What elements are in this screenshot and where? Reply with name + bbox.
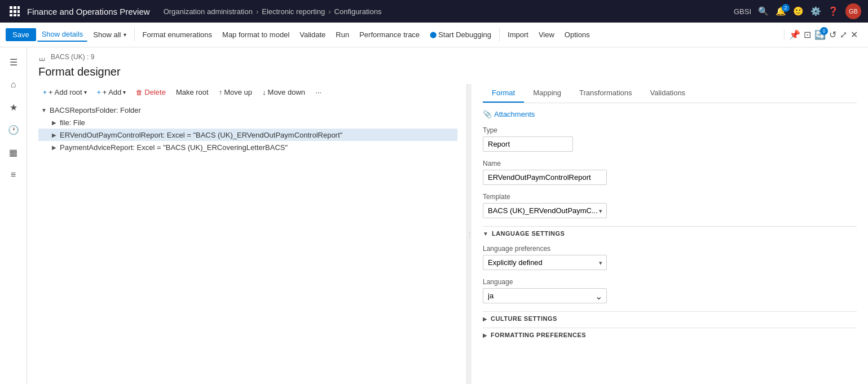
filter-icon[interactable]: ⧢	[38, 54, 46, 63]
search-icon[interactable]: 🔍	[758, 6, 769, 16]
svg-rect-7	[14, 14, 16, 16]
move-up-button[interactable]: ↑ Move up	[214, 86, 257, 98]
language-input[interactable]	[483, 288, 607, 303]
toolbar-separator-2	[499, 28, 500, 42]
attachments-link[interactable]: 📎 Attachments	[483, 110, 857, 118]
tree-row[interactable]: ▼ BACSReportsFolder: Folder	[38, 104, 457, 116]
import-button[interactable]: Import	[503, 28, 533, 41]
gbsi-label: GBSI	[734, 7, 751, 16]
tree-toolbar: + + Add root ▾ + + Add ▾ 🗑 Delete Make r…	[38, 84, 457, 98]
options-button[interactable]: Options	[560, 28, 594, 41]
breadcrumb-item-3[interactable]: Configurations	[334, 7, 382, 16]
sidebar-list-icon[interactable]: ≡	[3, 165, 24, 185]
expand-icon[interactable]: ⤢	[840, 29, 847, 40]
run-button[interactable]: Run	[331, 28, 354, 41]
main-toolbar: Save Show details Show all ▾ Format enum…	[0, 23, 868, 47]
tree-row[interactable]: ▶ file: File	[38, 116, 457, 129]
performance-trace-button[interactable]: Performance trace	[355, 28, 424, 41]
tree-row[interactable]: ▶ PaymentAdviceReport: Excel = "BACS (UK…	[38, 141, 457, 153]
refresh-count: 0	[820, 27, 828, 35]
trash-icon: 🗑	[136, 89, 143, 96]
culture-settings-section[interactable]: ▶ CULTURE SETTINGS	[483, 311, 857, 325]
sidebar-home-icon[interactable]: ⌂	[3, 74, 24, 95]
language-input-cursor: ⌄	[595, 290, 602, 301]
page-title: Format designer	[38, 65, 857, 78]
start-debugging-button[interactable]: ⬤ Start Debugging	[425, 28, 496, 41]
sidebar-nav-icon[interactable]: ☰	[3, 52, 24, 72]
culture-settings-label: CULTURE SETTINGS	[491, 315, 557, 322]
tab-validations[interactable]: Validations	[641, 84, 694, 103]
template-label: Template	[483, 193, 857, 201]
move-up-icon: ↑	[219, 88, 223, 96]
tab-transformations[interactable]: Transformations	[570, 84, 641, 103]
svg-rect-4	[14, 10, 16, 13]
breadcrumb-item-1[interactable]: Organization administration	[164, 7, 253, 16]
save-button[interactable]: Save	[6, 28, 36, 41]
right-panel: Format Mapping Transformations Validatio…	[472, 84, 857, 384]
template-select[interactable]: BACS (UK)_ERVendOutPaymC...	[483, 203, 607, 218]
add-button[interactable]: + + Add ▾	[92, 86, 131, 98]
expand-icon-ervendout[interactable]: ▶	[50, 130, 59, 139]
more-button[interactable]: ···	[311, 86, 326, 98]
expand-icon-payment[interactable]: ▶	[50, 143, 59, 152]
expand-icon-file[interactable]: ▶	[50, 118, 59, 127]
sidebar-grid-icon[interactable]: ▦	[3, 142, 24, 162]
left-sidebar: ☰ ⌂ ★ 🕐 ▦ ≡	[0, 47, 27, 384]
refresh-badge-icon[interactable]: 🔄 0	[814, 29, 826, 40]
expand-icon-bacs[interactable]: ▼	[39, 105, 49, 114]
reload-icon[interactable]: ↺	[829, 29, 836, 40]
move-down-button[interactable]: ↓ Move down	[258, 86, 310, 98]
svg-rect-8	[17, 14, 20, 16]
formatting-pref-expand-icon: ▶	[483, 332, 487, 338]
format-enumerations-button[interactable]: Format enumerations	[138, 28, 217, 41]
top-nav-icons: GBSI 🔍 🔔 2 🙂 ⚙️ ❓ GB	[734, 3, 861, 19]
add-root-icon: +	[43, 89, 47, 96]
svg-rect-5	[17, 10, 20, 13]
sidebar-star-icon[interactable]: ★	[3, 97, 24, 117]
type-field: Type	[483, 126, 857, 152]
delete-button[interactable]: 🗑 Delete	[131, 86, 170, 98]
make-root-button[interactable]: Make root	[171, 86, 213, 98]
add-root-button[interactable]: + + Add root ▾	[38, 86, 91, 98]
formatting-preferences-section[interactable]: ▶ FORMATTING PREFERENCES	[483, 328, 857, 342]
pin-icon[interactable]: 📌	[789, 29, 800, 40]
svg-rect-3	[10, 10, 12, 13]
language-settings-label: LANGUAGE SETTINGS	[492, 230, 565, 237]
type-label: Type	[483, 126, 857, 134]
settings-icon[interactable]: ⚙️	[810, 6, 821, 16]
top-nav: Finance and Operations Preview Organizat…	[0, 0, 868, 23]
add-arrow: ▾	[123, 89, 126, 95]
name-input[interactable]	[483, 170, 607, 185]
name-label: Name	[483, 160, 857, 167]
waffle-menu[interactable]	[7, 3, 23, 19]
tree-node-label-file: file: File	[60, 118, 85, 127]
user-avatar[interactable]: GB	[845, 3, 861, 19]
breadcrumb-sep-2: ›	[328, 7, 331, 16]
svg-rect-0	[10, 6, 12, 9]
split-icon[interactable]: ⊡	[804, 29, 811, 40]
show-details-button[interactable]: Show details	[37, 28, 88, 42]
type-input[interactable]	[483, 136, 573, 152]
sidebar-recent-icon[interactable]: 🕐	[3, 120, 24, 140]
designer-area: + + Add root ▾ + + Add ▾ 🗑 Delete Make r…	[27, 84, 868, 384]
main-area: ☰ ⌂ ★ 🕐 ▦ ≡ ⧢ BACS (UK) : 9 Format desig…	[0, 47, 868, 384]
breadcrumb-item-2[interactable]: Electronic reporting	[262, 7, 325, 16]
tree-node-label-bacs: BACSReportsFolder: Folder	[50, 106, 141, 114]
help-icon[interactable]: ❓	[828, 6, 839, 16]
map-format-button[interactable]: Map format to model	[218, 28, 294, 41]
tree-row-selected[interactable]: ▶ ERVendOutPaymControlReport: Excel = "B…	[38, 129, 457, 141]
language-settings-section[interactable]: ▼ LANGUAGE SETTINGS	[483, 226, 857, 240]
tab-mapping[interactable]: Mapping	[524, 84, 570, 103]
show-all-button[interactable]: Show all ▾	[89, 28, 130, 41]
name-field: Name	[483, 160, 857, 185]
validate-button[interactable]: Validate	[295, 28, 330, 41]
svg-rect-6	[10, 14, 12, 16]
view-button[interactable]: View	[534, 28, 559, 41]
language-preferences-select[interactable]: Explicitly defined User preference Compa…	[483, 255, 607, 270]
smiley-icon[interactable]: 🙂	[793, 6, 804, 16]
v-divider[interactable]: ⋮	[467, 84, 472, 384]
notification-icon[interactable]: 🔔 2	[776, 6, 786, 16]
toolbar-separator-1	[134, 28, 135, 42]
close-icon[interactable]: ✕	[851, 29, 858, 40]
tab-format[interactable]: Format	[483, 84, 524, 103]
